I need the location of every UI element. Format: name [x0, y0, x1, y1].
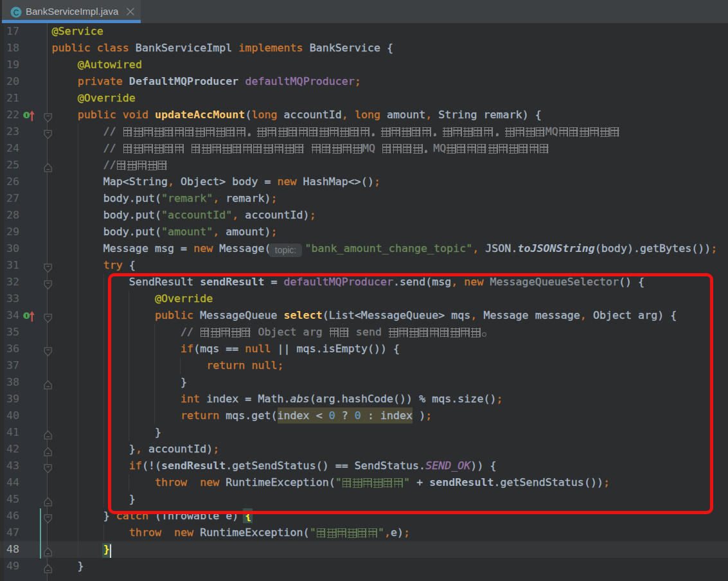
- svg-text:C: C: [13, 8, 19, 17]
